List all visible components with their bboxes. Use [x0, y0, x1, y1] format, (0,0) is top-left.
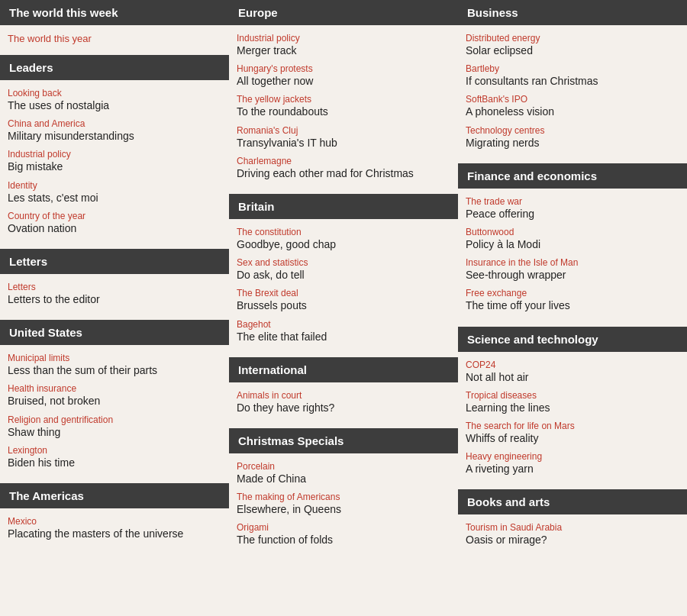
article-title[interactable]: Not all hot air — [466, 370, 679, 384]
article-title[interactable]: Learning the lines — [466, 401, 679, 414]
article-item: Country of the yearOvation nation — [8, 211, 221, 235]
article-category[interactable]: Free exchange — [466, 288, 679, 298]
column-1: The world this weekThe world this yearLe… — [0, 0, 229, 560]
article-category[interactable]: Distributed energy — [466, 33, 679, 44]
section-body: PorcelainMade of ChinaThe making of Amer… — [229, 453, 458, 560]
article-category[interactable]: Buttonwood — [466, 227, 679, 237]
article-category[interactable]: Health insurance — [8, 383, 221, 394]
section-body: Industrial policyMerger trackHungary's p… — [229, 25, 458, 192]
article-category[interactable]: Mexico — [8, 516, 221, 527]
section-international: InternationalAnimals in courtDo they hav… — [229, 357, 458, 427]
section-header: Britain — [229, 194, 458, 219]
article-item: Municipal limitsLess than the sum of the… — [8, 353, 221, 377]
article-title[interactable]: Made of China — [237, 472, 450, 485]
article-category[interactable]: Porcelain — [237, 461, 450, 472]
article-title[interactable]: Driving each other mad for Christmas — [237, 166, 450, 180]
article-title[interactable]: A riveting yarn — [466, 462, 679, 476]
article-category[interactable]: The constitution — [237, 227, 450, 237]
article-item: The Brexit dealBrussels pouts — [237, 288, 450, 312]
article-category[interactable]: SoftBank's IPO — [466, 94, 679, 105]
article-title[interactable]: Bruised, not broken — [8, 394, 221, 408]
article-title[interactable]: To the roundabouts — [237, 105, 450, 118]
article-category[interactable]: Lexington — [8, 445, 221, 456]
article-category[interactable]: Animals in court — [237, 390, 450, 401]
article-category[interactable]: Letters — [8, 282, 221, 292]
article-item: IdentityLes stats, c'est moi — [8, 180, 221, 205]
article-category[interactable]: Technology centres — [466, 125, 679, 136]
section-header: International — [229, 357, 458, 382]
article-category[interactable]: Sex and statistics — [237, 257, 450, 268]
article-title[interactable]: Less than the sum of their parts — [8, 363, 221, 377]
article-title[interactable]: Letters to the editor — [8, 292, 221, 306]
article-title[interactable]: If consultants ran Christmas — [466, 74, 679, 88]
article-category[interactable]: Insurance in the Isle of Man — [466, 257, 679, 268]
article-item: CharlemagneDriving each other mad for Ch… — [237, 156, 450, 180]
article-category[interactable]: Heavy engineering — [466, 451, 679, 462]
article-category[interactable]: Hungary's protests — [237, 63, 450, 74]
article-title[interactable]: Merger track — [237, 44, 450, 57]
article-category[interactable]: Religion and gentrification — [8, 414, 221, 425]
article-title[interactable]: The time off your lives — [466, 298, 679, 312]
article-category[interactable]: Industrial policy — [237, 33, 450, 44]
article-title[interactable]: The uses of nostalgia — [8, 98, 221, 112]
article-category[interactable]: Romania's Cluj — [237, 125, 450, 136]
article-category[interactable]: Tourism in Saudi Arabia — [466, 522, 679, 533]
article-category[interactable]: Bagehot — [237, 319, 450, 330]
article-category[interactable]: Origami — [237, 522, 450, 533]
article-title[interactable]: A phoneless vision — [466, 105, 679, 118]
section-body: The world this year — [0, 25, 229, 53]
article-title[interactable]: Do they have rights? — [237, 401, 450, 414]
article-title[interactable]: See-through wrapper — [466, 268, 679, 282]
article-category[interactable]: Identity — [8, 180, 221, 191]
section-body: MexicoPlacating the masters of the unive… — [0, 508, 229, 553]
section-single-link[interactable]: The world this year — [8, 30, 221, 47]
section-body: LettersLetters to the editor — [0, 274, 229, 318]
article-category[interactable]: COP24 — [466, 360, 679, 370]
section-header: Books and arts — [458, 489, 687, 514]
article-title[interactable]: The function of folds — [237, 533, 450, 547]
section-science-and-technology: Science and technologyCOP24Not all hot a… — [458, 327, 687, 489]
article-category[interactable]: China and America — [8, 118, 221, 129]
section-the-world-this-week: The world this weekThe world this year — [0, 0, 229, 53]
article-item: Heavy engineeringA riveting yarn — [466, 451, 679, 476]
article-category[interactable]: Country of the year — [8, 211, 221, 221]
article-category[interactable]: The search for life on Mars — [466, 421, 679, 431]
article-category[interactable]: The Brexit deal — [237, 288, 450, 298]
section-body: Tourism in Saudi ArabiaOasis or mirage? — [458, 514, 687, 559]
article-title[interactable]: Ovation nation — [8, 221, 221, 235]
article-category[interactable]: Charlemagne — [237, 156, 450, 166]
article-title[interactable]: Brussels pouts — [237, 298, 450, 312]
article-title[interactable]: Les stats, c'est moi — [8, 191, 221, 205]
article-title[interactable]: Oasis or mirage? — [466, 533, 679, 547]
article-title[interactable]: Policy à la Modi — [466, 237, 679, 251]
article-title[interactable]: Military misunderstandings — [8, 129, 221, 143]
article-item: OrigamiThe function of folds — [237, 522, 450, 547]
article-item: Religion and gentrificationShaw thing — [8, 414, 221, 439]
article-title[interactable]: Migrating nerds — [466, 136, 679, 150]
article-category[interactable]: Tropical diseases — [466, 390, 679, 401]
article-item: SoftBank's IPOA phoneless vision — [466, 94, 679, 118]
article-category[interactable]: The trade war — [466, 196, 679, 207]
article-title[interactable]: Placating the masters of the universe — [8, 527, 221, 540]
article-title[interactable]: All together now — [237, 74, 450, 88]
article-title[interactable]: The elite that failed — [237, 330, 450, 343]
article-title[interactable]: Solar eclipsed — [466, 44, 679, 57]
article-title[interactable]: Whiffs of reality — [466, 431, 679, 445]
article-title[interactable]: Biden his time — [8, 456, 221, 469]
article-category[interactable]: Municipal limits — [8, 353, 221, 363]
article-category[interactable]: Looking back — [8, 88, 221, 98]
article-title[interactable]: Do ask, do tell — [237, 268, 450, 282]
section-the-americas: The AmericasMexicoPlacating the masters … — [0, 483, 229, 553]
article-title[interactable]: Big mistake — [8, 160, 221, 173]
article-category[interactable]: Industrial policy — [8, 149, 221, 160]
article-title[interactable]: Peace offering — [466, 207, 679, 221]
article-title[interactable]: Goodbye, good chap — [237, 237, 450, 251]
article-category[interactable]: The making of Americans — [237, 492, 450, 502]
article-item: Free exchangeThe time off your lives — [466, 288, 679, 312]
column-3: BusinessDistributed energySolar eclipsed… — [458, 0, 687, 560]
article-category[interactable]: Bartleby — [466, 63, 679, 74]
article-title[interactable]: Transylvania's IT hub — [237, 136, 450, 150]
article-title[interactable]: Shaw thing — [8, 425, 221, 439]
article-title[interactable]: Elsewhere, in Queens — [237, 502, 450, 516]
article-category[interactable]: The yellow jackets — [237, 94, 450, 105]
